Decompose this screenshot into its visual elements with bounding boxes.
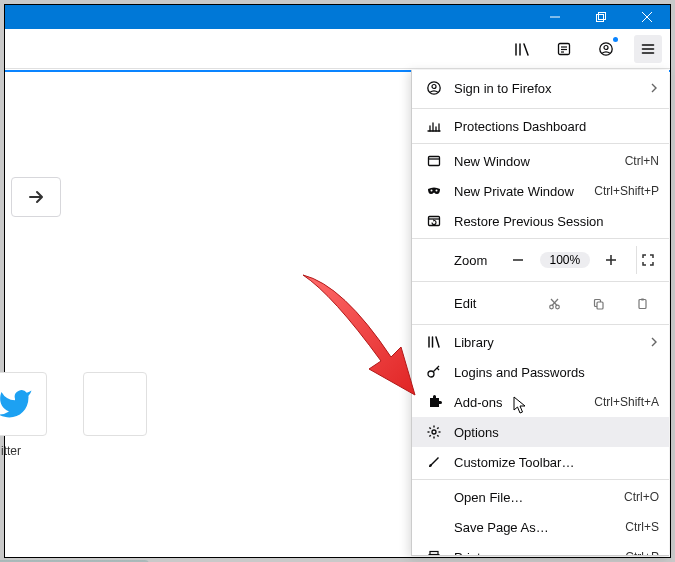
app-menu-button[interactable] [634,35,662,63]
menu-customize[interactable]: Customize Toolbar… [412,447,669,477]
maximize-button[interactable] [578,5,624,29]
separator [412,108,669,109]
svg-point-19 [432,85,436,89]
fullscreen-button[interactable] [636,246,659,274]
menu-print[interactable]: Print… Ctrl+P [412,542,669,556]
menu-shortcut: Ctrl+Shift+A [594,395,659,409]
forward-button[interactable] [11,177,61,217]
menu-label: Library [454,335,649,350]
zoom-in-button[interactable] [600,246,622,274]
menu-label: Restore Previous Session [454,214,659,229]
menu-new-window[interactable]: New Window Ctrl+N [412,146,669,176]
menu-signin[interactable]: Sign in to Firefox [412,70,669,106]
menu-label: Logins and Passwords [454,365,659,380]
svg-point-34 [549,305,553,309]
menu-save-page[interactable]: Save Page As… Ctrl+S [412,512,669,542]
svg-line-54 [437,435,438,436]
menu-label: Options [454,425,659,440]
svg-rect-41 [641,298,644,300]
dashboard-icon [426,118,442,134]
menu-library[interactable]: Library [412,327,669,357]
menu-label: Save Page As… [454,520,617,535]
menu-shortcut: Ctrl+Shift+P [594,184,659,198]
browser-window: itter Sign in to Firefox Protections Das… [4,4,671,558]
copy-button[interactable] [581,289,615,317]
svg-point-35 [555,305,559,309]
account-icon[interactable] [592,35,620,63]
svg-rect-25 [429,157,440,166]
window-icon [426,153,442,169]
menu-label: New Private Window [454,184,586,199]
edit-label: Edit [454,296,496,311]
notification-dot-icon [613,37,618,42]
zoom-value[interactable]: 100% [540,252,591,268]
svg-line-47 [437,368,439,370]
menu-shortcut: Ctrl+P [625,550,659,556]
blank-icon [426,489,442,505]
minimize-button[interactable] [532,5,578,29]
brush-icon [426,454,442,470]
close-button[interactable] [624,5,670,29]
library-icon[interactable] [508,35,536,63]
bookmark-tile-empty[interactable] [83,372,147,436]
chevron-right-icon [649,83,659,93]
menu-protections[interactable]: Protections Dashboard [412,111,669,141]
menu-zoom-row: Zoom 100% [412,241,669,279]
svg-point-27 [431,190,433,192]
svg-line-56 [429,435,430,436]
separator [412,238,669,239]
puzzle-icon [426,394,442,410]
svg-point-13 [604,45,608,49]
account-icon [426,80,442,96]
svg-rect-2 [599,13,606,20]
svg-line-53 [429,427,430,428]
reader-icon[interactable] [550,35,578,63]
svg-rect-1 [597,15,604,22]
svg-line-55 [437,427,438,428]
svg-point-45 [428,371,434,377]
menu-edit-row: Edit [412,284,669,322]
menu-label: Customize Toolbar… [454,455,659,470]
chevron-right-icon [649,337,659,347]
svg-line-44 [436,337,439,347]
menu-open-file[interactable]: Open File… Ctrl+O [412,482,669,512]
restore-icon [426,213,442,229]
separator [412,143,669,144]
menu-shortcut: Ctrl+O [624,490,659,504]
mask-icon [426,183,442,199]
menu-logins[interactable]: Logins and Passwords [412,357,669,387]
svg-line-36 [551,299,557,306]
menu-restore-session[interactable]: Restore Previous Session [412,206,669,236]
menu-shortcut: Ctrl+S [625,520,659,534]
separator [412,479,669,480]
print-icon [426,549,442,556]
zoom-label: Zoom [454,253,487,268]
svg-rect-40 [639,299,646,308]
blank-icon [426,519,442,535]
bookmark-tile-twitter[interactable] [0,372,47,436]
separator [412,281,669,282]
library-icon [426,334,442,350]
cut-button[interactable] [537,289,571,317]
zoom-out-button[interactable] [507,246,529,274]
menu-new-private[interactable]: New Private Window Ctrl+Shift+P [412,176,669,206]
browser-toolbar [5,29,670,69]
menu-label: Print… [454,550,617,557]
menu-options[interactable]: Options [412,417,669,447]
bookmark-label-twitter: itter [1,444,21,458]
svg-line-37 [552,299,558,306]
menu-label: New Window [454,154,617,169]
gear-icon [426,424,442,440]
svg-rect-39 [597,302,603,309]
svg-line-7 [524,44,528,55]
menu-label: Open File… [454,490,616,505]
window-titlebar [5,5,670,29]
paste-button[interactable] [625,289,659,317]
svg-rect-58 [429,555,440,557]
key-icon [426,364,442,380]
separator [412,324,669,325]
app-menu-popup: Sign in to Firefox Protections Dashboard… [411,70,669,556]
menu-label: Sign in to Firefox [454,81,649,96]
menu-addons[interactable]: Add-ons Ctrl+Shift+A [412,387,669,417]
svg-point-48 [432,430,436,434]
